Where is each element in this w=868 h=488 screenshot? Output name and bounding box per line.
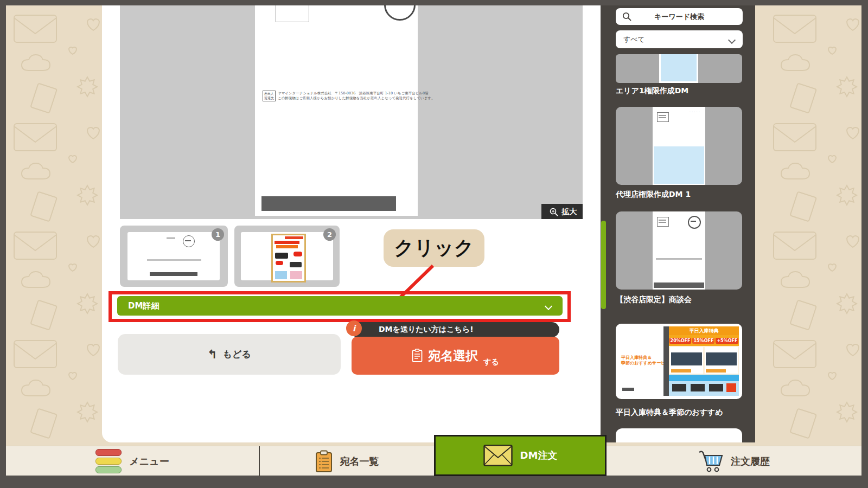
flyer-side-line2: 季節のおすすめサービス (621, 361, 670, 366)
sender-line1: ヤマインターナショナル株式会社 〒150-0036 渋谷区南平台町 1-10 い… (278, 91, 435, 96)
flyer-off-badge-2: 15%OFF (692, 338, 714, 344)
sender-box-line2: 返還先 (264, 96, 274, 100)
nav-item-dm-order-active[interactable]: DM注文 (434, 435, 607, 476)
dm-list-item-label-1: エリア1権限作成DM (616, 86, 746, 96)
back-button[interactable]: ↰ もどる (118, 334, 341, 375)
menu-icon (95, 449, 122, 473)
page-card-2 (241, 232, 333, 280)
flyer-side-line1: 平日入庫特典＆ (621, 355, 652, 361)
clipboard-icon (315, 450, 333, 473)
nav-item-address-list[interactable]: 宛名一覧 (260, 446, 434, 476)
envelope-icon (483, 445, 513, 466)
nav-address-list-label: 宛名一覧 (340, 455, 379, 468)
postcard-footer-bar (261, 196, 396, 211)
dm-list-item-label-2: 代理店権限作成DM 1 (616, 190, 746, 200)
filter-value: すべて (623, 35, 645, 44)
dm-list-item-label-4: 平日入庫特典＆季節のおすすめ (616, 408, 746, 418)
nav-order-history-label: 注文履歴 (731, 455, 770, 468)
info-tooltip: DMを送りたい方はこちら! (353, 322, 559, 337)
app-window: 差出人 返還先 ヤマインターナショナル株式会社 〒150-0036 渋谷区南平台… (0, 0, 868, 488)
bottom-navigation: メニュー 宛名一覧 DM注文 (6, 446, 861, 476)
sender-box-line1: 差出人 (264, 92, 274, 96)
search-icon (622, 12, 631, 21)
main-panel: 差出人 返還先 ヤマインターナショナル株式会社 〒150-0036 渋谷区南平台… (102, 5, 601, 442)
chevron-down-icon (729, 36, 735, 43)
tooltip-text: DMを送りたい方はこちら! (379, 325, 474, 335)
page-thumbnail-1[interactable]: 1 (120, 226, 228, 287)
nav-menu-label: メニュー (129, 455, 169, 468)
dm-list-sidebar: すべて エリア1権限作成DM ····· 代理店権限作成DM 1 (601, 5, 755, 442)
address-button-suffix: する (483, 357, 499, 375)
category-filter-select[interactable]: すべて (616, 30, 743, 48)
flyer-header: 平日入庫特典 (669, 326, 739, 335)
stamp-box (276, 5, 309, 22)
dm-list-item-thumbnail-3[interactable] (616, 211, 742, 290)
nav-dm-order-label: DM注文 (520, 449, 558, 462)
zoom-button[interactable]: 拡大 (541, 204, 583, 219)
sender-block: 差出人 返還先 ヤマインターナショナル株式会社 〒150-0036 渋谷区南平台… (263, 91, 435, 101)
dm-postcard-preview: 差出人 返還先 ヤマインターナショナル株式会社 〒150-0036 渋谷区南平台… (255, 5, 418, 216)
dm-list-item-thumbnail-4[interactable]: 平日入庫特典＆ 季節のおすすめサービス 平日入庫特典 20%OFF 15%OFF… (616, 324, 742, 399)
back-button-label: もどる (223, 348, 251, 361)
flyer-off-badge-3: +5%OFF (716, 338, 738, 344)
sidebar-scrollbar[interactable] (601, 221, 606, 309)
nav-item-order-history[interactable]: 注文履歴 (607, 446, 861, 476)
dm-list-item-thumbnail-partial[interactable] (616, 428, 742, 442)
search-box[interactable] (616, 8, 743, 25)
search-input[interactable] (616, 8, 743, 25)
nav-item-menu[interactable]: メニュー (6, 446, 259, 476)
page-card-1 (127, 232, 220, 280)
dm-detail-bar[interactable]: DM詳細 (117, 296, 563, 316)
page-badge-2: 2 (323, 228, 336, 241)
seal-logo-icon (688, 216, 701, 229)
dm-preview-area: 差出人 返還先 ヤマインターナショナル株式会社 〒150-0036 渋谷区南平台… (120, 5, 583, 219)
info-icon: i (346, 320, 362, 336)
chevron-down-icon (545, 303, 552, 309)
dm-detail-label: DM詳細 (128, 301, 545, 311)
sender-line2: この郵便物はご依頼人様からお預かりした郵便物を当社が差出人となって発送代行をして… (278, 96, 435, 101)
dm-list-item-thumbnail-2[interactable]: ····· (616, 107, 742, 185)
flyer-thumbnail (271, 234, 306, 282)
dm-list-item-label-3: 【渋谷店限定】商談会 (616, 295, 746, 305)
flyer-off-badge-1: 20%OFF (669, 338, 692, 344)
zoom-button-label: 拡大 (562, 207, 577, 217)
page-badge-1: 1 (212, 228, 224, 241)
seal-logo-icon (183, 235, 195, 247)
cart-icon (698, 450, 723, 473)
dm-list-item-thumbnail-1[interactable] (616, 54, 742, 83)
magnifier-plus-icon (550, 208, 558, 216)
seal-logo-icon (384, 5, 416, 21)
page-thumbnail-2[interactable]: 2 (234, 226, 340, 287)
clipboard-icon (412, 349, 423, 363)
address-select-button[interactable]: 宛名選択 する (352, 337, 559, 375)
address-button-label: 宛名選択 (428, 348, 478, 364)
back-arrow-icon: ↰ (207, 349, 217, 361)
